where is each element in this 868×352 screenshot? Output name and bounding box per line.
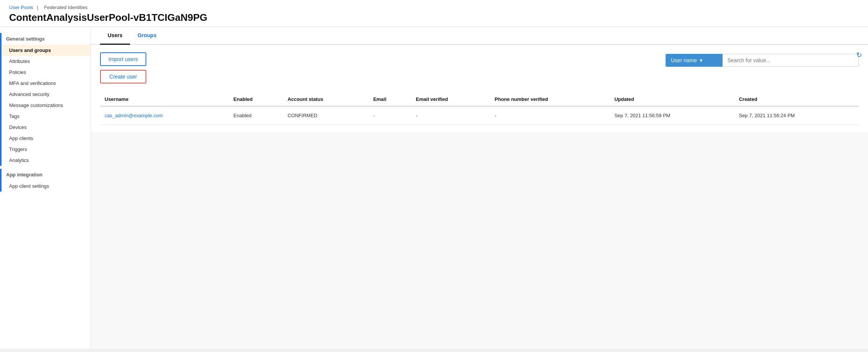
import-users-button[interactable]: Import users: [100, 52, 146, 66]
sidebar-item-advanced-security[interactable]: Advanced security: [0, 89, 91, 100]
tab-users[interactable]: Users: [100, 27, 130, 45]
sidebar-item-policies[interactable]: Policies: [0, 67, 91, 78]
cell-username: cas_admin@example.com: [100, 106, 229, 125]
search-filter-dropdown[interactable]: User name ▾: [666, 54, 722, 67]
col-email-verified: Email verified: [411, 93, 490, 106]
content-area: ↻ Import users Create user User name ▾: [91, 45, 868, 132]
sidebar-item-app-clients[interactable]: App clients: [0, 133, 91, 144]
general-settings-indicator: [0, 33, 2, 166]
create-user-button[interactable]: Create user: [100, 70, 146, 83]
app-integration-header: App integration: [0, 169, 91, 181]
top-header: User Pools | Federated Identities Conten…: [0, 0, 868, 27]
general-settings-group: General settings Users and groups Attrib…: [0, 33, 91, 166]
page-title: ContentAnalysisUserPool-vB1TCIGaN9PG: [9, 12, 859, 24]
sidebar-item-triggers[interactable]: Triggers: [0, 144, 91, 155]
cell-email-verified: -: [411, 106, 490, 125]
layout: General settings Users and groups Attrib…: [0, 27, 868, 349]
tab-groups[interactable]: Groups: [130, 27, 164, 45]
sidebar-item-tags[interactable]: Tags: [0, 111, 91, 122]
table-header: Username Enabled Account status Email Em…: [100, 93, 859, 106]
username-link[interactable]: cas_admin@example.com: [105, 113, 163, 118]
cell-enabled: Enabled: [229, 106, 283, 125]
cell-account-status: CONFIRMED: [283, 106, 369, 125]
breadcrumb-separator: |: [37, 5, 38, 10]
sidebar-item-analytics[interactable]: Analytics: [0, 155, 91, 166]
sidebar-item-app-client-settings[interactable]: App client settings: [0, 181, 91, 192]
table-header-row: Username Enabled Account status Email Em…: [100, 93, 859, 106]
col-email: Email: [369, 93, 411, 106]
breadcrumb: User Pools | Federated Identities: [9, 5, 859, 10]
cell-created: Sep 7, 2021 11:56:24 PM: [734, 106, 859, 125]
app-integration-indicator: [0, 169, 2, 192]
users-table: Username Enabled Account status Email Em…: [100, 93, 859, 125]
sidebar-item-message-customizations[interactable]: Message customizations: [0, 100, 91, 111]
sidebar-item-mfa[interactable]: MFA and verifications: [0, 78, 91, 89]
tabs-bar: Users Groups: [91, 27, 868, 45]
search-dropdown-label: User name: [671, 57, 697, 63]
col-username: Username: [100, 93, 229, 106]
main-content: Users Groups ↻ Import users Create user …: [91, 27, 868, 349]
col-enabled: Enabled: [229, 93, 283, 106]
breadcrumb-link-user-pools[interactable]: User Pools: [9, 5, 33, 10]
chevron-down-icon: ▾: [700, 57, 702, 63]
search-input[interactable]: [722, 54, 859, 67]
actions-and-search-row: Import users Create user User name ▾: [100, 52, 859, 83]
app-integration-group: App integration App client settings: [0, 169, 91, 192]
col-updated: Updated: [610, 93, 735, 106]
sidebar-item-users-and-groups[interactable]: Users and groups: [0, 45, 91, 56]
action-buttons: Import users Create user: [100, 52, 146, 83]
cell-phone-verified: -: [490, 106, 610, 125]
col-created: Created: [734, 93, 859, 106]
breadcrumb-federated: Federated Identities: [44, 5, 88, 10]
general-settings-header: General settings: [0, 33, 91, 45]
refresh-icon[interactable]: ↻: [856, 51, 862, 59]
search-row: User name ▾: [666, 54, 859, 67]
col-account-status: Account status: [283, 93, 369, 106]
sidebar-item-attributes[interactable]: Attributes: [0, 56, 91, 67]
table-row: cas_admin@example.com Enabled CONFIRMED …: [100, 106, 859, 125]
table-body: cas_admin@example.com Enabled CONFIRMED …: [100, 106, 859, 125]
sidebar: General settings Users and groups Attrib…: [0, 27, 91, 349]
cell-email: -: [369, 106, 411, 125]
col-phone-verified: Phone number verified: [490, 93, 610, 106]
cell-updated: Sep 7, 2021 11:56:59 PM: [610, 106, 735, 125]
sidebar-item-devices[interactable]: Devices: [0, 122, 91, 133]
